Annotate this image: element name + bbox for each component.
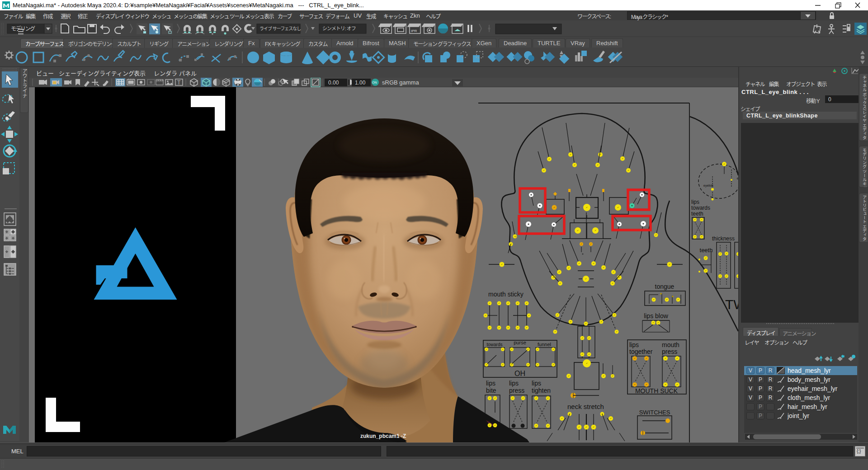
svg-text:neck stretch: neck stretch (567, 403, 604, 410)
svg-text:1.00: 1.00 (355, 80, 366, 86)
svg-text:シンメトリ: オフ: シンメトリ: オフ (322, 26, 356, 31)
svg-text:mouth: mouth (662, 341, 679, 348)
svg-text:ライブ サーフェスなし: ライブ サーフェスなし (259, 26, 301, 31)
svg-text:MOUTH SUCK: MOUTH SUCK (635, 387, 678, 395)
svg-text:T: T (177, 80, 181, 86)
svg-text:ON: ON (372, 81, 377, 84)
svg-text:together: together (629, 348, 653, 355)
svg-text:lips: lips (509, 380, 519, 387)
svg-text:0.00: 0.00 (328, 80, 339, 86)
svg-text:press: press (662, 348, 677, 355)
svg-text:lips blow: lips blow (644, 312, 669, 320)
svg-text:IPR: IPR (411, 29, 417, 33)
svg-text:teeth: teeth (691, 211, 703, 217)
svg-text:press: press (509, 387, 524, 394)
svg-text:lips: lips (691, 199, 699, 205)
svg-text:mouth sticky: mouth sticky (488, 291, 524, 298)
svg-text:lips: lips (629, 341, 639, 348)
svg-text:eyelids: eyelids (703, 184, 713, 188)
svg-text:bite: bite (486, 387, 496, 394)
svg-text:lips: lips (486, 380, 495, 387)
svg-text:funnel: funnel (538, 342, 551, 347)
svg-text:thickness: thickness (712, 235, 735, 242)
svg-text:towards: towards (486, 342, 502, 347)
svg-text:towards: towards (691, 205, 710, 211)
svg-text:OH: OH (514, 370, 525, 377)
svg-text:zukun_pbcam1 -Z: zukun_pbcam1 -Z (360, 433, 406, 439)
svg-text:purse: purse (514, 340, 526, 345)
svg-text:lips: lips (532, 380, 541, 387)
svg-text:TW: TW (725, 297, 738, 312)
svg-text:sRGB gamma: sRGB gamma (382, 79, 419, 86)
svg-text:tighten: tighten (532, 387, 551, 394)
svg-text:SWITCHES: SWITCHES (639, 409, 670, 416)
svg-text:teeth: teeth (700, 247, 713, 254)
svg-text:tongue: tongue (655, 283, 675, 290)
